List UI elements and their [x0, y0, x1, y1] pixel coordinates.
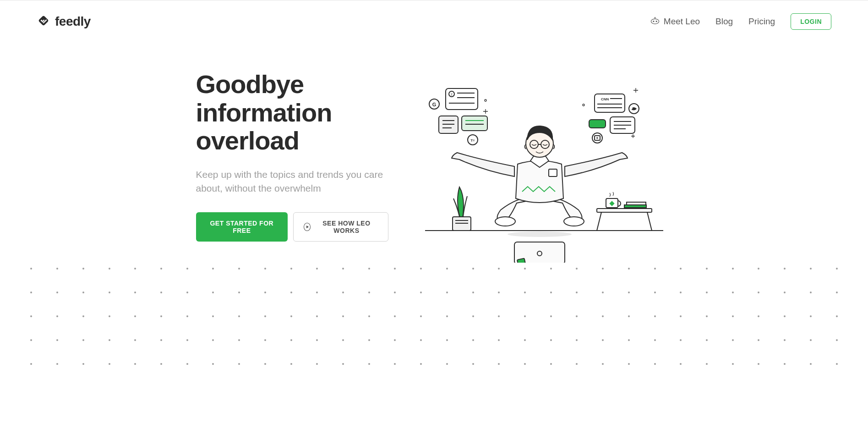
svg-text:T: T	[450, 93, 453, 97]
svg-point-50	[485, 99, 486, 101]
svg-point-64	[583, 104, 584, 106]
svg-point-10	[655, 17, 655, 18]
svg-point-12	[508, 231, 572, 237]
svg-rect-57	[589, 120, 606, 128]
svg-text:CNN: CNN	[601, 97, 609, 101]
robot-face-icon	[650, 17, 660, 27]
nav-meet-leo[interactable]: Meet Leo	[650, 17, 700, 27]
nav-pricing[interactable]: Pricing	[748, 17, 775, 27]
svg-rect-28	[549, 169, 557, 176]
site-header: feedly Meet Leo Blog Pricing LOGIN	[0, 0, 868, 43]
svg-rect-22	[627, 202, 646, 205]
svg-point-6	[651, 19, 659, 24]
nav-label: Meet Leo	[664, 17, 700, 27]
hero-copy: Goodbye information overload Keep up wit…	[196, 61, 388, 263]
svg-text:G: G	[432, 102, 436, 107]
feedly-logo-icon	[37, 14, 50, 29]
svg-point-8	[655, 21, 657, 22]
nav-blog[interactable]: Blog	[715, 17, 733, 27]
play-circle-icon	[304, 223, 311, 231]
svg-rect-45	[462, 116, 487, 131]
svg-point-26	[495, 217, 515, 226]
brand-name: feedly	[55, 14, 91, 29]
svg-rect-16	[597, 209, 652, 212]
svg-point-27	[564, 217, 584, 226]
brand-logo[interactable]: feedly	[37, 14, 91, 29]
top-nav: Meet Leo Blog Pricing LOGIN	[650, 13, 831, 30]
hero-illustration: G T T≡ CNN	[416, 61, 672, 263]
page-subtitle: Keep up with the topics and trends you c…	[196, 168, 388, 196]
svg-text:T≡: T≡	[470, 138, 475, 143]
page-title: Goodbye information overload	[196, 70, 388, 155]
svg-rect-51	[595, 94, 625, 112]
svg-line-17	[597, 212, 601, 231]
svg-point-7	[653, 21, 654, 22]
get-started-button[interactable]: GET STARTED FOR FREE	[196, 212, 288, 242]
hero-section: Goodbye information overload Keep up wit…	[0, 43, 868, 263]
cta-secondary-label: SEE HOW LEO WORKS	[315, 220, 377, 234]
svg-line-18	[647, 212, 652, 231]
see-how-leo-works-button[interactable]: SEE HOW LEO WORKS	[293, 212, 388, 242]
cta-row: GET STARTED FOR FREE SEE HOW LEO WORKS	[196, 212, 388, 242]
login-button[interactable]: LOGIN	[791, 13, 831, 30]
